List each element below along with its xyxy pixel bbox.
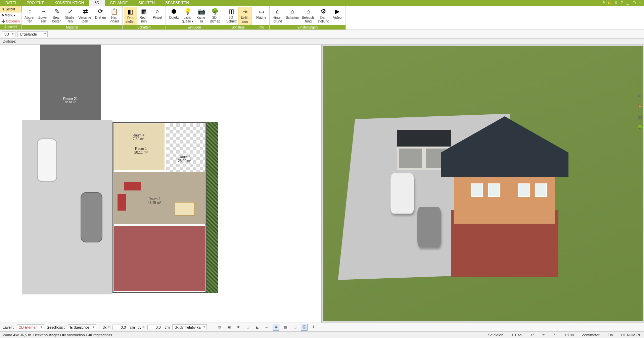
ribbon-btn-5-2[interactable]: ⌂Beleuch- tung [301, 7, 316, 25]
tab-sichten[interactable]: SICHTEN [133, 0, 160, 6]
dx-input[interactable] [112, 325, 127, 330]
status-sel-value: 1:1 sel [511, 333, 522, 337]
tab-datei[interactable]: DATEI [0, 0, 21, 6]
grid2-icon[interactable]: ⊞ [291, 324, 298, 331]
chair-icon[interactable]: 🪑 [636, 103, 643, 110]
angle-icon[interactable]: ◣ [254, 324, 261, 331]
maximize-icon[interactable]: ▢ [631, 0, 637, 5]
ribbon-label: 3D- Bitmap [210, 16, 220, 23]
ribbon-label: Schatten [286, 16, 299, 19]
ribbon-title: Einfügen [166, 25, 223, 30]
status-z: Z: [553, 333, 557, 337]
ribbon-label: Drehen [95, 16, 106, 19]
tab-projekt[interactable]: PROJEKT [21, 0, 49, 6]
layers-toggle-icon[interactable]: ❖ [235, 324, 242, 331]
ribbon-btn-0-6[interactable]: 📋Hin. Pinsel [107, 7, 121, 25]
ribbon-label: Dar- stellen [126, 16, 135, 23]
car-white-2d[interactable] [37, 138, 57, 182]
car-white-3d[interactable] [390, 173, 414, 214]
dx-unit: cm [130, 325, 135, 329]
bottom-toolbar: Layer : 2D-Elemen Geschoss : Erdgeschos … [0, 323, 644, 331]
mark-button[interactable]: ✥Mark. ▾ [0, 12, 21, 18]
help-icon[interactable]: ? [619, 0, 625, 5]
ribbon-title: Einstellungen [270, 25, 345, 30]
tree-icon[interactable]: 🌳 [636, 124, 643, 131]
palette-icon[interactable]: ▦ [636, 113, 643, 121]
ruler-icon[interactable]: 📐 [607, 0, 612, 5]
n-toggle[interactable]: Ⓝ [301, 324, 308, 331]
grid-icon[interactable]: ▦ [282, 324, 289, 331]
ribbon-btn-2-3[interactable]: 🌳3D- Bitmap [208, 7, 222, 25]
house-3d[interactable] [448, 116, 562, 244]
info-icon[interactable]: ℹ [310, 324, 317, 331]
car-grey-3d[interactable] [417, 207, 441, 247]
clock-icon[interactable]: ◷ [216, 324, 223, 331]
status-selektion: Selektion [488, 333, 503, 337]
ribbon-icon: ⌂ [274, 7, 282, 15]
ribbon-label: Fläche [256, 16, 266, 19]
ribbon-label: Video [333, 16, 341, 19]
dy-input[interactable] [147, 325, 162, 330]
layer-combo[interactable]: 2D-Elemen [17, 324, 44, 330]
ribbon-btn-3-0[interactable]: ◫3D- Schnitt [225, 7, 238, 25]
ribbon-group-schatten: ◧Dar- stellen▦Rech- nen○PinselSchatten [123, 6, 166, 30]
terrain-layer-combo[interactable]: Urgelände [17, 31, 48, 37]
floorplan-view[interactable]: Raum 21 38,80 m² Raum 47,80 m² Raum 120,… [0, 45, 322, 323]
gear-icon[interactable]: ⚙ [613, 0, 618, 5]
close-icon[interactable]: ✕ [637, 0, 643, 5]
select-button[interactable]: 🖰Selekt [0, 6, 21, 12]
ribbon-btn-0-5[interactable]: ⟳Drehen [94, 7, 107, 25]
ribbon-btn-0-0[interactable]: ↕Abgrei- fen [23, 7, 37, 25]
ribbon-btn-5-4[interactable]: ▶Video [331, 7, 344, 25]
3d-view[interactable] [323, 46, 643, 321]
tab-3d[interactable]: 3D [89, 0, 105, 6]
ribbon-btn-1-2[interactable]: ○Pinsel [151, 7, 164, 25]
ribbon-btn-1-1[interactable]: ▦Rech- nen [137, 7, 151, 25]
status-ein: Ein [608, 333, 613, 337]
ribbon-label: Dar- stellung [318, 16, 329, 23]
view-mode-combo[interactable]: 3D [2, 31, 15, 37]
ribbon-icon: ✎ [53, 7, 61, 15]
ribbon-icon: ◫ [227, 7, 235, 15]
screen-icon[interactable]: ▣ [226, 324, 232, 331]
ribbon-btn-2-2[interactable]: 📷Kame- ra [195, 7, 208, 25]
ribbon-side-panel: 🖰Selekt ✥Mark. ▾ ➕Optionen Auswahl [0, 6, 22, 30]
ribbon-btn-0-2[interactable]: ✎Bear- beiten [50, 7, 63, 25]
ribbon-icon: ⌂ [288, 7, 296, 15]
car-grey-2d[interactable] [81, 192, 102, 242]
ribbon-label: Rech- nen [139, 16, 148, 23]
ribbon-btn-0-3[interactable]: ⤢Skalie- ren [63, 7, 77, 25]
grid-snap-icon[interactable]: ◈ [273, 324, 279, 331]
ribbon-label: Bear- beiten [52, 16, 61, 23]
layer-label: Layer : [3, 325, 14, 329]
ribbon-label: Skalie- ren [65, 16, 76, 23]
ribbon-btn-2-0[interactable]: ⬢Objekt [167, 7, 181, 25]
coord-mode-combo[interactable]: dx,dy (relativ ka [172, 324, 207, 330]
ribbon-group-einstellungen: ⌂Hinter- grund⌂Schatten⌂Beleuch- tung⚙Da… [270, 6, 346, 30]
ribbon-icon: ↕ [26, 7, 34, 15]
ribbon-btn-1-0[interactable]: ◧Dar- stellen [124, 7, 137, 25]
view-toolbar: 3D Urgelände [0, 30, 644, 39]
snap-icon[interactable]: ⊞ [244, 324, 251, 331]
room-21[interactable]: Raum 21 38,80 m² [40, 45, 101, 122]
ribbon-btn-5-3[interactable]: ⚙Dar- stellung [316, 7, 330, 25]
geschoss-combo[interactable]: Erdgeschos [68, 324, 96, 330]
options-button[interactable]: ➕Optionen [0, 18, 21, 24]
tab-gelaende[interactable]: GELÄNDE [105, 0, 133, 6]
minimize-icon[interactable]: ▁ [625, 0, 631, 5]
workspace: Raum 21 38,80 m² Raum 47,80 m² Raum 120,… [0, 45, 644, 323]
house-outline [112, 122, 206, 293]
tab-konstruktion[interactable]: KONSTRUKTION [49, 0, 89, 6]
link-icon[interactable]: ∞ [263, 324, 270, 331]
ribbon-btn-2-1[interactable]: 💡Licht- quelle ▾ [181, 7, 195, 25]
ribbon-btn-0-1[interactable]: →Zuwei- sen [37, 7, 50, 25]
ribbon-icon: ○ [153, 7, 162, 15]
ribbon-btn-0-4[interactable]: ⇄Verschie- ben [77, 7, 94, 25]
ribbon-btn-5-0[interactable]: ⌂Hinter- grund [271, 7, 284, 25]
layers-icon[interactable]: ≋ [636, 92, 643, 99]
ribbon-btn-5-1[interactable]: ⌂Schatten [284, 7, 300, 25]
ribbon-btn-3-1[interactable]: ⇥Kolli- sion [238, 7, 251, 25]
pencil-icon[interactable]: ✎ [601, 0, 606, 5]
tab-bearbeiten[interactable]: BEARBEITEN [160, 0, 194, 6]
ribbon-btn-4-0[interactable]: ▭Fläche [255, 7, 268, 25]
